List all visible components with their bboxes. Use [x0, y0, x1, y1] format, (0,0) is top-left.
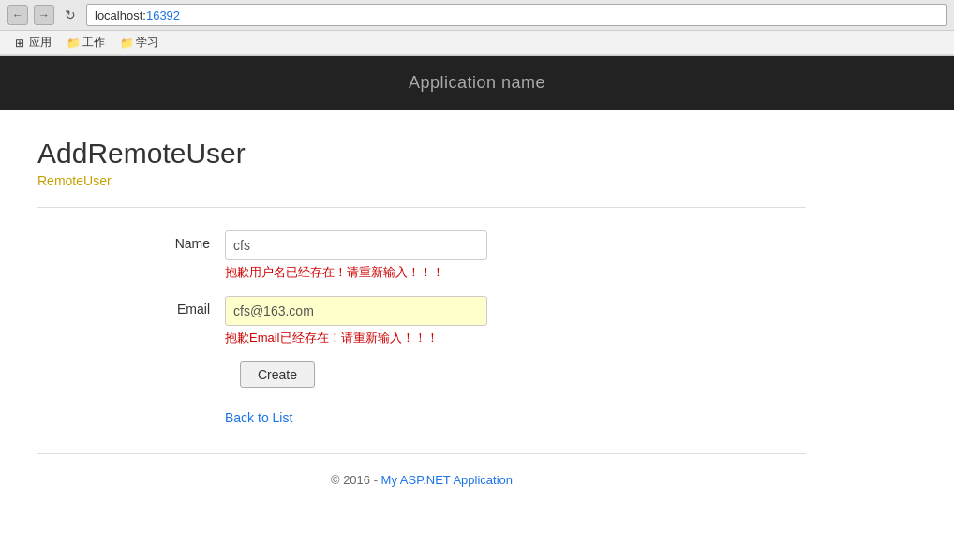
bookmark-work-label: 工作 — [82, 35, 105, 51]
main-content: AddRemoteUser RemoteUser Name 抱歉用户名已经存在！… — [0, 110, 843, 524]
browser-chrome: ← → ↻ localhost:16392 ⊞ 应用 📁 工作 📁 学习 — [0, 0, 954, 56]
apps-icon: ⊞ — [13, 37, 26, 50]
bookmarks-bar: ⊞ 应用 📁 工作 📁 学习 — [0, 31, 954, 55]
browser-toolbar: ← → ↻ localhost:16392 — [0, 0, 954, 31]
bookmark-work[interactable]: 📁 工作 — [61, 33, 111, 52]
refresh-button[interactable]: ↻ — [60, 5, 81, 25]
email-form-group: Email 抱歉Email已经存在！请重新输入！！！ — [112, 296, 806, 346]
name-form-group: Name 抱歉用户名已经存在！请重新输入！！！ — [112, 230, 806, 281]
folder-icon-study: 📁 — [120, 37, 133, 50]
bookmark-study[interactable]: 📁 学习 — [114, 33, 164, 52]
email-error-message: 抱歉Email已经存在！请重新输入！！！ — [225, 330, 487, 346]
create-button[interactable]: Create — [240, 361, 315, 388]
bookmark-apps-label: 应用 — [29, 35, 52, 51]
folder-icon-work: 📁 — [67, 37, 80, 50]
footer-link[interactable]: My ASP.NET Application — [381, 473, 513, 487]
name-label: Name — [112, 230, 225, 251]
email-input[interactable] — [225, 296, 487, 326]
back-to-list-link[interactable]: Back to List — [225, 410, 292, 425]
address-bar[interactable]: localhost:16392 — [86, 4, 947, 26]
title-divider — [37, 207, 806, 208]
create-button-container: Create — [240, 361, 806, 388]
forward-button[interactable]: → — [34, 5, 54, 25]
bookmark-apps[interactable]: ⊞ 应用 — [7, 33, 57, 52]
footer-divider — [37, 453, 806, 454]
address-scheme: localhost: — [95, 8, 146, 22]
address-port: 16392 — [146, 8, 180, 22]
footer-copyright: © 2016 - — [331, 473, 381, 487]
back-link-container: Back to List — [225, 410, 806, 425]
name-input[interactable] — [225, 230, 487, 260]
app-name: Application name — [409, 73, 545, 92]
page-title: AddRemoteUser — [37, 138, 806, 169]
name-field-wrap: 抱歉用户名已经存在！请重新输入！！！ — [225, 230, 487, 281]
bookmark-study-label: 学习 — [136, 35, 158, 51]
footer: © 2016 - My ASP.NET Application — [37, 464, 806, 496]
form-container: Name 抱歉用户名已经存在！请重新输入！！！ Email 抱歉Email已经存… — [112, 230, 806, 425]
email-label: Email — [112, 296, 225, 317]
back-button[interactable]: ← — [7, 5, 28, 25]
app-header: Application name — [0, 56, 954, 110]
email-field-wrap: 抱歉Email已经存在！请重新输入！！！ — [225, 296, 487, 346]
name-error-message: 抱歉用户名已经存在！请重新输入！！！ — [225, 264, 487, 281]
page-subtitle: RemoteUser — [37, 173, 806, 188]
